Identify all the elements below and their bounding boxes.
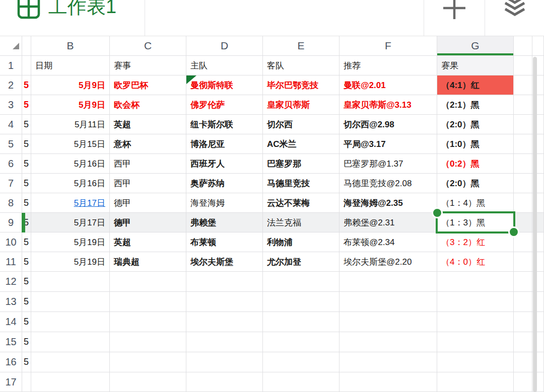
cell-F9[interactable]: 弗赖堡@2.31: [339, 213, 437, 232]
column-header-I[interactable]: [532, 36, 544, 56]
cell-F8[interactable]: 海登海姆@2.35: [339, 193, 437, 213]
cell-G6[interactable]: （0:2）黑: [437, 154, 514, 174]
cell-B9[interactable]: 5月17日: [31, 213, 110, 232]
cell-B5[interactable]: 5月15日: [31, 134, 110, 154]
cell-A16[interactable]: 5: [22, 352, 31, 372]
cell-G5[interactable]: （1:0）黑: [437, 134, 514, 154]
cell-A1[interactable]: [22, 56, 31, 75]
cell-A6[interactable]: 5: [22, 154, 31, 174]
cell-H12[interactable]: [514, 272, 532, 292]
cell-C3[interactable]: 欧会杯: [110, 95, 186, 115]
cell-C9[interactable]: 德甲: [110, 213, 186, 232]
cell-G13[interactable]: [437, 292, 514, 312]
row-header-4[interactable]: 4: [0, 115, 22, 134]
cell-A12[interactable]: 5: [22, 272, 31, 292]
cell-D10[interactable]: 布莱顿: [186, 232, 263, 252]
column-header-E[interactable]: E: [263, 36, 339, 56]
cell-A3[interactable]: 5: [22, 95, 31, 115]
cell-C13[interactable]: [110, 292, 186, 312]
row-header-2[interactable]: 2: [0, 75, 22, 95]
cell-H11[interactable]: [514, 252, 532, 272]
cell-G17[interactable]: [437, 372, 514, 392]
cell-G8[interactable]: （1：4）黑: [437, 193, 514, 213]
cell-D14[interactable]: [186, 312, 263, 332]
selection-handle-top-left[interactable]: [432, 207, 443, 218]
cell-H7[interactable]: [514, 174, 532, 193]
cell-D15[interactable]: [186, 332, 263, 352]
cell-H2[interactable]: [514, 75, 532, 95]
cell-G14[interactable]: [437, 312, 514, 332]
row-header-5[interactable]: 5: [0, 134, 22, 154]
row-header-7[interactable]: 7: [0, 174, 22, 193]
cell-D3[interactable]: 佛罗伦萨: [186, 95, 263, 115]
cell-C11[interactable]: 瑞典超: [110, 252, 186, 272]
cell-F15[interactable]: [339, 332, 437, 352]
cell-F7[interactable]: 马德里竞技@2.08: [339, 174, 437, 193]
cell-G4[interactable]: （2:0）黑: [437, 115, 514, 134]
cell-A13[interactable]: 5: [22, 292, 31, 312]
cell-D11[interactable]: 埃尔夫斯堡: [186, 252, 263, 272]
cell-B14[interactable]: [31, 312, 110, 332]
cell-H17[interactable]: [514, 372, 532, 392]
cell-G7[interactable]: （2:0）黑: [437, 174, 514, 193]
cell-E1[interactable]: 客队: [263, 56, 339, 75]
cell-G10[interactable]: （3：2）红: [437, 232, 514, 252]
selection-handle-bottom-right[interactable]: [508, 226, 519, 238]
sheet-tab[interactable]: 工作表1: [0, 0, 145, 36]
row-header-15[interactable]: 15: [0, 332, 22, 352]
cell-E3[interactable]: 皇家贝蒂斯: [263, 95, 339, 115]
cell-D9[interactable]: 弗赖堡: [186, 213, 263, 232]
cell-A5[interactable]: 5: [22, 134, 31, 154]
cell-A15[interactable]: 5: [22, 332, 31, 352]
cell-F12[interactable]: [339, 272, 437, 292]
cell-C2[interactable]: 欧罗巴杯: [110, 75, 186, 95]
cell-E17[interactable]: [263, 372, 339, 392]
cell-E7[interactable]: 马德里竞技: [263, 174, 339, 193]
cell-H15[interactable]: [514, 332, 532, 352]
cell-A7[interactable]: 5: [22, 174, 31, 193]
column-header-A[interactable]: [22, 36, 31, 56]
cell-F11[interactable]: 埃尔夫斯堡@2.20: [339, 252, 437, 272]
cell-B13[interactable]: [31, 292, 110, 312]
cell-D12[interactable]: [186, 272, 263, 292]
cell-F2[interactable]: 曼联@2.01: [339, 75, 437, 95]
cell-F1[interactable]: 推荐: [339, 56, 437, 75]
row-header-14[interactable]: 14: [0, 312, 22, 332]
column-header-H[interactable]: [514, 36, 532, 56]
cell-D17[interactable]: [186, 372, 263, 392]
cell-H4[interactable]: [514, 115, 532, 134]
cell-H13[interactable]: [514, 292, 532, 312]
cell-B6[interactable]: 5月16日: [31, 154, 110, 174]
cell-B10[interactable]: 5月19日: [31, 232, 110, 252]
row-header-8[interactable]: 8: [0, 193, 22, 213]
cell-E4[interactable]: 切尔西: [263, 115, 339, 134]
cell-D6[interactable]: 西班牙人: [186, 154, 263, 174]
cell-B4[interactable]: 5月11日: [31, 115, 110, 134]
column-header-G[interactable]: G: [437, 36, 514, 56]
cell-C8[interactable]: 德甲: [110, 193, 186, 213]
cell-A11[interactable]: 5: [22, 252, 31, 272]
column-header-C[interactable]: C: [110, 36, 186, 56]
row-header-10[interactable]: 10: [0, 232, 22, 252]
selection-box[interactable]: [436, 211, 515, 233]
cell-A10[interactable]: 5: [22, 232, 31, 252]
cell-C15[interactable]: [110, 332, 186, 352]
cell-D16[interactable]: [186, 352, 263, 372]
row-header-3[interactable]: 3: [0, 95, 22, 115]
cell-B17[interactable]: [31, 372, 110, 392]
cell-B7[interactable]: 5月16日: [31, 174, 110, 193]
cell-E6[interactable]: 巴塞罗那: [263, 154, 339, 174]
cell-B2[interactable]: 5月9日: [31, 75, 110, 95]
select-all-corner[interactable]: [0, 36, 22, 56]
cell-G12[interactable]: [437, 272, 514, 292]
cell-C10[interactable]: 英超: [110, 232, 186, 252]
cell-B11[interactable]: 5月19日: [31, 252, 110, 272]
row-header-12[interactable]: 12: [0, 272, 22, 292]
cell-E14[interactable]: [263, 312, 339, 332]
row-header-9[interactable]: 9: [0, 213, 22, 232]
cell-A4[interactable]: 5: [22, 115, 31, 134]
cell-A14[interactable]: 5: [22, 312, 31, 332]
cell-C12[interactable]: [110, 272, 186, 292]
cell-D2[interactable]: 曼彻斯特联: [186, 75, 263, 95]
cell-H1[interactable]: [514, 56, 532, 75]
